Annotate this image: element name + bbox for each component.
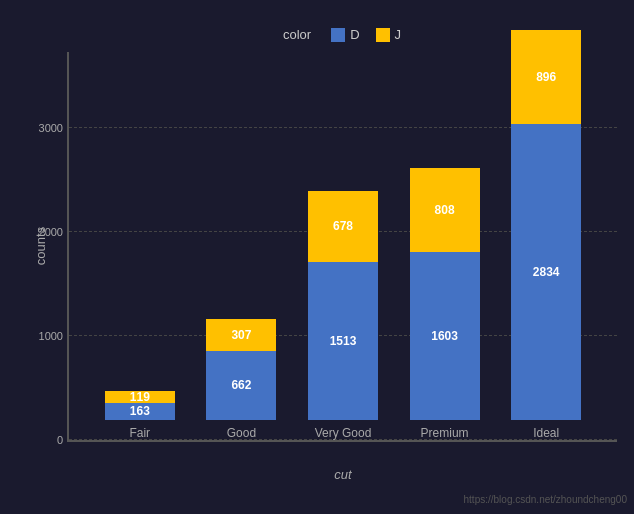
bar-good-blue-value: 662 xyxy=(231,378,251,392)
bar-verygood-yellow: 678 xyxy=(308,191,378,262)
legend-item-j: J xyxy=(376,27,402,42)
bar-stack-verygood: 1513 678 xyxy=(308,191,378,420)
chart-container: color D J counts cut 3000 2000 1000 0 xyxy=(7,7,627,507)
bar-group-fair: 163 119 Fair xyxy=(105,391,175,440)
bar-fair-yellow-value: 119 xyxy=(130,390,150,404)
bar-ideal-blue: 2834 xyxy=(511,124,581,420)
x-label-ideal: Ideal xyxy=(533,426,559,440)
bar-verygood-blue-value: 1513 xyxy=(330,334,357,348)
bar-stack-good: 662 307 xyxy=(206,319,276,420)
bar-verygood-yellow-value: 678 xyxy=(333,219,353,233)
bar-premium-yellow: 808 xyxy=(410,168,480,252)
legend-color-d xyxy=(331,28,345,42)
bar-stack-ideal: 2834 896 xyxy=(511,30,581,420)
bar-fair-blue: 163 xyxy=(105,403,175,420)
y-tick-2000: 2000 xyxy=(39,226,63,238)
chart-area: counts cut 3000 2000 1000 0 163 xyxy=(67,52,617,442)
bar-premium-yellow-value: 808 xyxy=(435,203,455,217)
bar-ideal-blue-value: 2834 xyxy=(533,265,560,279)
bar-premium-blue: 1603 xyxy=(410,252,480,420)
bar-good-blue: 662 xyxy=(206,351,276,420)
bar-fair-blue-value: 163 xyxy=(130,404,150,418)
bar-group-premium: 1603 808 Premium xyxy=(410,168,480,440)
bar-ideal-yellow-value: 896 xyxy=(536,70,556,84)
bar-stack-fair: 163 119 xyxy=(105,391,175,420)
bar-verygood-blue: 1513 xyxy=(308,262,378,420)
bar-good-yellow: 307 xyxy=(206,319,276,351)
x-axis-title: cut xyxy=(334,467,351,482)
x-label-premium: Premium xyxy=(421,426,469,440)
legend-item-d: D xyxy=(331,27,359,42)
bar-group-good: 662 307 Good xyxy=(206,319,276,440)
y-tick-0: 0 xyxy=(57,434,63,446)
bars-container: 163 119 Fair 662 307 G xyxy=(69,52,617,440)
bar-group-ideal: 2834 896 Ideal xyxy=(511,30,581,440)
x-label-fair: Fair xyxy=(129,426,150,440)
bar-ideal-yellow: 896 xyxy=(511,30,581,124)
legend-label-j: J xyxy=(395,27,402,42)
bar-stack-premium: 1603 808 xyxy=(410,168,480,420)
x-label-good: Good xyxy=(227,426,256,440)
legend-label-d: D xyxy=(350,27,359,42)
y-tick-1000: 1000 xyxy=(39,330,63,342)
bar-group-verygood: 1513 678 Very Good xyxy=(308,191,378,440)
bar-premium-blue-value: 1603 xyxy=(431,329,458,343)
legend-title: color xyxy=(283,27,311,42)
bar-fair-yellow: 119 xyxy=(105,391,175,403)
bar-good-yellow-value: 307 xyxy=(231,328,251,342)
watermark: https://blog.csdn.net/zhoundcheng00 xyxy=(464,494,627,505)
legend-color-j xyxy=(376,28,390,42)
x-label-verygood: Very Good xyxy=(315,426,372,440)
y-tick-3000: 3000 xyxy=(39,122,63,134)
